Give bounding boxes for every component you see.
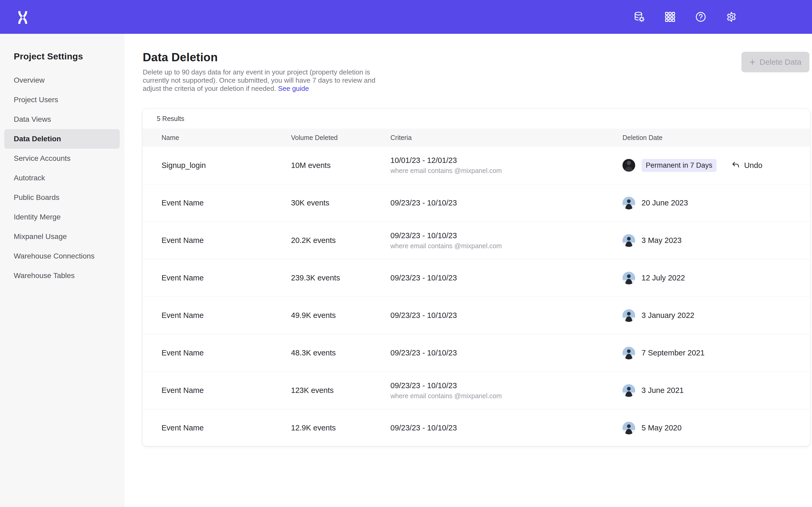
- table-row: Event Name 12.9K events 09/23/23 - 10/10…: [143, 409, 810, 446]
- deletion-date-cell: 3 January 2022: [622, 309, 810, 322]
- criteria-range: 09/23/23 - 10/10/23: [391, 274, 622, 282]
- user-avatar-dark: [622, 159, 635, 172]
- criteria-filter: where email contains @mixpanel.com: [391, 242, 622, 250]
- user-avatar: [622, 309, 635, 322]
- sidebar-heading: Project Settings: [0, 51, 124, 61]
- criteria-range: 09/23/23 - 10/10/23: [391, 424, 622, 432]
- table-row: Event Name 48.3K events 09/23/23 - 10/10…: [143, 334, 810, 372]
- event-name: Event Name: [161, 311, 291, 320]
- volume-deleted: 20.2K events: [291, 236, 391, 245]
- column-header-deletion-date: Deletion Date: [622, 134, 810, 142]
- page-description: Delete up to 90 days data for any event …: [143, 68, 386, 93]
- app-root: Project Settings Overview Project Users …: [0, 0, 812, 507]
- deletion-date-cell: 12 July 2022: [622, 272, 810, 284]
- sidebar-item-public-boards[interactable]: Public Boards: [0, 188, 124, 207]
- criteria-range: 09/23/23 - 10/10/23: [391, 199, 622, 207]
- column-header-name: Name: [161, 134, 291, 142]
- volume-deleted: 48.3K events: [291, 349, 391, 357]
- deletion-date-cell: 7 September 2021: [622, 347, 810, 359]
- deletion-date: 3 January 2022: [642, 311, 694, 320]
- table-row: Event Name 30K events 09/23/23 - 10/10/2…: [143, 184, 810, 222]
- plus-icon: +: [749, 57, 755, 67]
- delete-data-button[interactable]: + Delete Data: [742, 52, 809, 72]
- see-guide-link[interactable]: See guide: [278, 84, 309, 93]
- page-header: Data Deletion Delete up to 90 days data …: [143, 51, 386, 93]
- deletion-date: 20 June 2023: [642, 199, 688, 207]
- database-settings-icon[interactable]: [633, 11, 646, 23]
- deletion-date: 7 September 2021: [642, 349, 705, 357]
- user-avatar: [622, 347, 635, 359]
- undo-button[interactable]: Undo: [731, 161, 762, 170]
- criteria-cell: 09/23/23 - 10/10/23 where email contains…: [391, 231, 622, 250]
- description-line: adjust the criteria of your deletion if …: [143, 84, 386, 93]
- deletion-results-card: 5 Results Name Volume Deleted Criteria D…: [142, 108, 810, 446]
- page-title: Data Deletion: [143, 51, 386, 64]
- deletion-date-cell: 5 May 2020: [622, 422, 810, 434]
- deletion-date: 3 May 2023: [642, 236, 682, 245]
- volume-deleted: 10M events: [291, 161, 391, 170]
- table-row: Event Name 49.9K events 09/23/23 - 10/10…: [143, 296, 810, 334]
- column-header-criteria: Criteria: [391, 134, 622, 142]
- sidebar-item-identity-merge[interactable]: Identity Merge: [0, 207, 124, 227]
- criteria-range: 10/01/23 - 12/01/23: [391, 156, 622, 165]
- undo-label: Undo: [744, 161, 762, 170]
- criteria-range: 09/23/23 - 10/10/23: [391, 349, 622, 357]
- event-name: Event Name: [161, 199, 291, 207]
- apps-grid-icon[interactable]: [664, 11, 676, 23]
- description-line: currently not supported). Once submitted…: [143, 76, 386, 84]
- help-icon[interactable]: [695, 11, 707, 23]
- event-name: Event Name: [161, 349, 291, 357]
- event-name: Event Name: [161, 424, 291, 432]
- criteria-cell: 09/23/23 - 10/10/23 where email contains…: [391, 381, 622, 400]
- sidebar-item-warehouse-connections[interactable]: Warehouse Connections: [0, 246, 124, 266]
- sidebar-item-mixpanel-usage[interactable]: Mixpanel Usage: [0, 227, 124, 246]
- mixpanel-logo[interactable]: [16, 11, 29, 23]
- delete-data-label: Delete Data: [760, 58, 801, 66]
- user-avatar: [622, 422, 635, 434]
- deletion-date: 3 June 2021: [642, 386, 684, 395]
- sidebar-item-data-deletion[interactable]: Data Deletion: [4, 129, 120, 149]
- results-count: 5 Results: [143, 109, 810, 129]
- description-line: Delete up to 90 days data for any event …: [143, 68, 386, 76]
- table-row: Event Name 20.2K events 09/23/23 - 10/10…: [143, 222, 810, 259]
- event-name: Event Name: [161, 236, 291, 245]
- criteria-filter: where email contains @mixpanel.com: [391, 167, 622, 175]
- deletion-date-cell: 20 June 2023: [622, 197, 810, 209]
- deletion-date-cell: Permanent in 7 Days Undo: [622, 159, 810, 172]
- sidebar-item-warehouse-tables[interactable]: Warehouse Tables: [0, 266, 124, 285]
- sidebar-nav: Overview Project Users Data Views Data D…: [0, 70, 124, 285]
- volume-deleted: 49.9K events: [291, 311, 391, 320]
- user-avatar: [622, 197, 635, 209]
- deletion-date-cell: 3 May 2023: [622, 234, 810, 247]
- criteria-range: 09/23/23 - 10/10/23: [391, 381, 622, 390]
- sidebar-item-overview[interactable]: Overview: [0, 70, 124, 90]
- deletion-date: 12 July 2022: [642, 274, 685, 282]
- event-name: Event Name: [161, 274, 291, 282]
- table-row: Signup_login 10M events 10/01/23 - 12/01…: [143, 147, 810, 184]
- table-row: Event Name 123K events 09/23/23 - 10/10/…: [143, 372, 810, 409]
- table-header-row: Name Volume Deleted Criteria Deletion Da…: [143, 129, 810, 147]
- sidebar-item-data-views[interactable]: Data Views: [0, 110, 124, 129]
- volume-deleted: 239.3K events: [291, 274, 391, 282]
- settings-icon[interactable]: [725, 11, 738, 23]
- deletion-date-cell: 3 June 2021: [622, 384, 810, 397]
- topbar: [0, 0, 812, 34]
- sidebar-item-service-accounts[interactable]: Service Accounts: [0, 149, 124, 168]
- sidebar-item-project-users[interactable]: Project Users: [0, 90, 124, 110]
- undo-icon: [731, 161, 741, 170]
- event-name: Event Name: [161, 386, 291, 395]
- user-avatar: [622, 272, 635, 284]
- status-badge: Permanent in 7 Days: [642, 159, 717, 172]
- sidebar-item-autotrack[interactable]: Autotrack: [0, 168, 124, 188]
- deletion-date: 5 May 2020: [642, 424, 682, 432]
- column-header-volume-deleted: Volume Deleted: [291, 134, 391, 142]
- table-row: Event Name 239.3K events 09/23/23 - 10/1…: [143, 259, 810, 296]
- criteria-cell: 10/01/23 - 12/01/23 where email contains…: [391, 156, 622, 175]
- sidebar: Project Settings Overview Project Users …: [0, 34, 124, 507]
- criteria-range: 09/23/23 - 10/10/23: [391, 231, 622, 240]
- volume-deleted: 12.9K events: [291, 424, 391, 432]
- user-avatar: [622, 384, 635, 397]
- user-avatar: [622, 234, 635, 247]
- event-name: Signup_login: [161, 161, 291, 170]
- criteria-filter: where email contains @mixpanel.com: [391, 392, 622, 400]
